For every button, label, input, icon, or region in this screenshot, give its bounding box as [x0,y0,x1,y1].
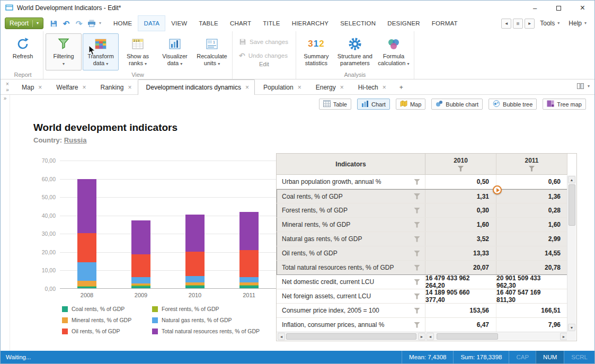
indicator-cell[interactable]: Consumer price index, 2005 = 100 [277,304,425,317]
value-2010-cell[interactable]: 0,50 [425,175,496,189]
scroll-down-icon[interactable]: ▼ [568,324,575,331]
value-2010-cell[interactable]: 16 479 433 962 264,20 [425,275,496,289]
view-button-tree-map[interactable]: Tree map [543,99,586,110]
value-2011-cell[interactable]: 1,36 [496,190,567,203]
maximize-button[interactable] [547,1,571,15]
filter-icon[interactable] [414,222,420,228]
recalculate-units-button[interactable]: 1 Recalculate units ▾ [194,33,230,70]
menu-tab-hierarchy[interactable]: HIERARCHY [286,15,335,31]
filter-icon[interactable] [414,265,420,271]
indicator-cell[interactable]: Natural gas rents, % of GDP [277,232,425,246]
indicator-cell[interactable]: Coal rents, % of GDP [277,190,425,203]
formula-calculation-button[interactable]: Formula calculation ▾ [376,33,412,70]
bar-segment[interactable] [239,286,259,288]
doc-tab[interactable]: Ranking× [92,79,138,94]
scrollbar-thumb[interactable] [569,184,575,226]
filter-icon[interactable] [414,236,420,242]
split-view-icon[interactable] [577,82,584,91]
filter-icon[interactable] [458,166,464,172]
value-2011-cell[interactable]: 1,60 [496,218,567,232]
view-button-bubble-chart[interactable]: Bubble chart [431,99,483,110]
collapsed-panel-rail[interactable]: » [1,95,10,351]
vertical-scrollbar[interactable]: ▲ ▼ [567,175,576,332]
redo-button[interactable]: ↷ [74,18,84,29]
bar-segment[interactable] [185,276,205,282]
table-row[interactable]: Net domestic credit, current LCU16 479 4… [277,275,567,289]
filter-icon[interactable] [414,251,420,256]
indicator-cell[interactable]: Urban population growth, annual % [277,175,425,189]
table-row[interactable]: Coal rents, % of GDP1,311,36 [277,189,567,203]
value-2011-cell[interactable]: 2,99 [496,232,567,246]
close-tab-icon[interactable]: × [128,84,132,91]
close-tab-icon[interactable]: × [245,84,249,91]
value-2011-cell[interactable]: 14,55 [496,246,567,260]
country-link[interactable]: Russia [64,136,87,144]
table-row[interactable]: Urban population growth, annual %0,500,6… [277,175,567,189]
table-row[interactable]: Inflation, consumer prices, annual %6,47… [277,318,567,332]
value-2010-cell[interactable]: 3,52 [425,232,496,246]
tools-menu[interactable]: Tools ▾ [536,20,563,27]
indicator-cell[interactable]: Oil rents, % of GDP [277,246,425,260]
window-list-button[interactable]: ≡ [513,19,523,29]
view-button-chart[interactable]: Chart [357,99,390,110]
stacked-bar-2009[interactable] [131,220,150,288]
column-header-indicators[interactable]: Indicators [277,154,425,174]
column-header-2010[interactable]: 2010 [425,154,496,174]
scroll-right-icon[interactable]: ► [560,333,567,340]
undo-changes-button[interactable]: ↶ Undo changes [239,51,288,60]
horizontal-scrollbar-left[interactable]: ◄ ► [277,332,426,340]
refresh-button[interactable]: Refresh [5,33,41,70]
menu-tab-view[interactable]: VIEW [165,15,193,31]
doc-tab[interactable]: Welfare× [48,79,92,94]
doc-tab[interactable]: Energy× [307,79,350,94]
menu-tab-table[interactable]: TABLE [193,15,224,31]
animation-play-button[interactable] [493,185,502,194]
value-2010-cell[interactable]: 14 189 905 660 377,40 [425,289,496,303]
doc-tab[interactable]: Development indicators dynamics× [138,79,255,95]
bar-segment[interactable] [131,254,150,277]
close-pane-icon[interactable]: × [6,81,9,87]
close-tab-icon[interactable]: × [383,84,386,91]
undo-button[interactable]: ↶ [61,18,72,29]
close-button[interactable]: × [571,1,594,15]
indicator-cell[interactable]: Forest rents, % of GDP [277,203,425,217]
expand-panel-icon[interactable]: » [4,95,7,101]
save-button[interactable] [48,18,59,29]
value-2011-cell[interactable]: 0,60 [496,175,567,189]
table-row[interactable]: Mineral rents, % of GDP1,601,60 [277,218,567,232]
scroll-up-icon[interactable]: ▲ [568,176,575,183]
report-menu-button[interactable]: Report ▾ [5,17,43,29]
column-header-2011[interactable]: 2011 [496,154,567,174]
bar-segment[interactable] [131,220,150,254]
value-2011-cell[interactable]: 0,28 [496,203,567,217]
bar-segment[interactable] [239,250,259,277]
bar-segment[interactable] [185,286,205,288]
bar-segment[interactable] [77,233,96,262]
menu-tab-home[interactable]: HOME [108,15,138,31]
scroll-left-icon[interactable]: ◄ [278,333,285,340]
view-button-bubble-tree[interactable]: Bubble tree [489,99,537,110]
bar-segment[interactable] [185,215,205,251]
minimize-button[interactable]: – [523,1,547,15]
scrollbar-thumb[interactable] [286,333,416,340]
save-changes-button[interactable]: Save changes [239,38,288,46]
stacked-bar-2011[interactable] [239,212,259,288]
bar-segment[interactable] [77,281,96,286]
value-2010-cell[interactable]: 13,33 [425,246,496,260]
menu-tab-designer[interactable]: DESIGNER [381,15,426,31]
tab-list-dropdown-icon[interactable]: ▾ [588,84,590,88]
indicator-cell[interactable]: Net domestic credit, current LCU [277,275,425,289]
doc-tab[interactable]: Population× [255,79,307,94]
bar-segment[interactable] [77,179,96,233]
nav-back-button[interactable]: ◄ [501,19,511,29]
value-2010-cell[interactable]: 0,30 [425,203,496,217]
filter-icon[interactable] [529,166,535,172]
filter-icon[interactable] [414,322,420,328]
table-row[interactable]: Forest rents, % of GDP0,300,28 [277,203,567,218]
visualizer-data-button[interactable]: Visualizer data ▾ [157,33,193,70]
value-2010-cell[interactable]: 1,31 [425,190,496,203]
indicator-cell[interactable]: Mineral rents, % of GDP [277,218,425,232]
bar-segment[interactable] [131,277,150,283]
value-2010-cell[interactable]: 6,47 [425,318,496,332]
table-row[interactable]: Net foreign assets, current LCU14 189 90… [277,289,567,304]
